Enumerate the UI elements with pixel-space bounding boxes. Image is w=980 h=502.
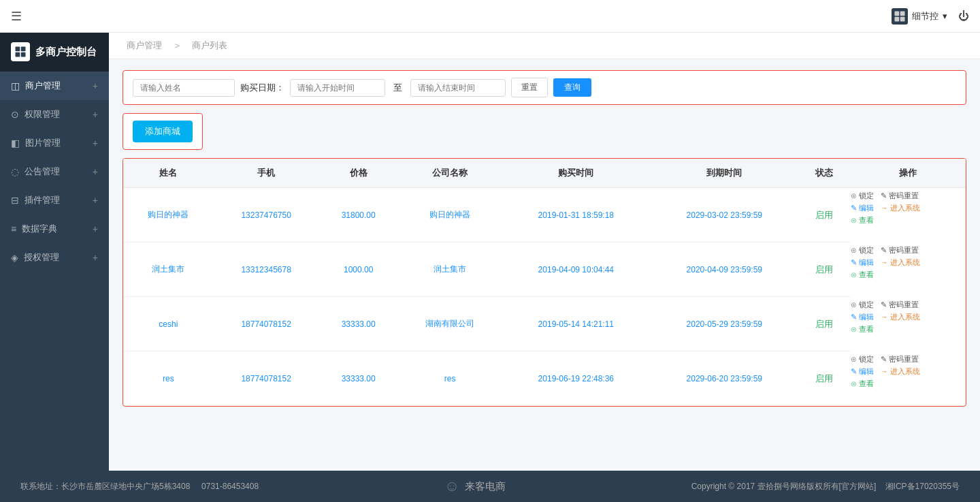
power-icon[interactable]: ⏻	[958, 10, 969, 22]
date-to-label: 至	[393, 82, 402, 94]
col-phone: 手机	[214, 159, 319, 188]
brand-icon	[892, 8, 908, 25]
auth-icon: ⊙	[11, 109, 19, 120]
cell-buy-time-3: 2019-06-19 22:48:36	[502, 351, 650, 406]
footer-logo-text: 来客电商	[465, 480, 506, 493]
cell-status-2: 启用	[798, 297, 850, 351]
cell-price-0: 31800.00	[319, 188, 398, 242]
image-icon: ◧	[11, 138, 20, 148]
sidebar-label-image: 图片管理	[25, 137, 61, 149]
sidebar-item-plugin[interactable]: ⊟ 插件管理 +	[0, 186, 109, 215]
cell-name-0: 购日的神器	[123, 188, 214, 242]
permission-icon: ◈	[11, 252, 18, 263]
breadcrumb: 商户管理 ＞ 商户列表	[109, 33, 980, 59]
cell-company-2: 湖南有限公司	[398, 297, 502, 351]
cell-name-2: ceshi	[123, 297, 214, 351]
reset-pwd-action-2[interactable]: ✎ 密码重置	[881, 300, 919, 310]
col-price: 价格	[319, 159, 398, 188]
notice-icon: ◌	[11, 166, 19, 177]
merchant-table: 姓名 手机 价格 公司名称 购买时间 到期时间 状态 操作	[123, 159, 966, 406]
expand-icon-image: +	[93, 138, 98, 148]
svg-rect-6	[16, 52, 20, 57]
enter-system-action-2[interactable]: → 进入系统	[881, 312, 920, 322]
cell-expire-time-0: 2029-03-02 23:59:59	[650, 188, 798, 242]
cell-status-0: 启用	[798, 188, 850, 242]
sidebar-item-notice[interactable]: ◌ 公告管理 +	[0, 157, 109, 186]
sidebar: 多商户控制台 ◫ 商户管理 + ⊙ 权限管理 + ◧ 图片管理	[0, 33, 109, 471]
edit-action-1[interactable]: ✎ 编辑	[851, 257, 874, 268]
col-name: 姓名	[123, 159, 214, 188]
col-company: 公司名称	[398, 159, 502, 188]
svg-rect-3	[900, 16, 905, 21]
date-end-input[interactable]	[410, 79, 506, 97]
breadcrumb-separator: ＞	[173, 40, 182, 50]
sidebar-title: 多商户控制台	[35, 46, 97, 59]
cell-expire-time-1: 2020-04-09 23:59:59	[650, 242, 798, 297]
date-start-input[interactable]	[290, 79, 385, 97]
sidebar-item-dict[interactable]: ≡ 数据字典 +	[0, 215, 109, 243]
sidebar-logo-icon	[11, 42, 30, 61]
lock-action-2[interactable]: ⊙ 锁定	[851, 300, 874, 310]
cell-company-0: 购日的神器	[398, 188, 502, 242]
table-row: res 18774078152 33333.00 res 2019-06-19 …	[123, 351, 966, 406]
reset-pwd-action-0[interactable]: ✎ 密码重置	[881, 191, 919, 201]
query-button[interactable]: 查询	[553, 78, 591, 97]
enter-system-action-3[interactable]: → 进入系统	[881, 366, 920, 377]
footer-icp: 湘ICP备17020355号	[885, 482, 960, 491]
svg-rect-1	[900, 11, 905, 16]
sidebar-item-permission[interactable]: ◈ 授权管理 +	[0, 243, 109, 272]
col-expire-time: 到期时间	[650, 159, 798, 188]
edit-action-0[interactable]: ✎ 编辑	[851, 203, 874, 213]
add-merchant-button[interactable]: 添加商城	[133, 121, 193, 142]
view-action-1[interactable]: ⊙ 查看	[851, 270, 874, 280]
cell-phone-2: 18774078152	[214, 297, 319, 351]
cell-price-1: 1000.00	[319, 242, 398, 297]
footer-address: 联系地址：长沙市岳麓区绿地中央广场5栋3408	[20, 482, 190, 491]
edit-action-3[interactable]: ✎ 编辑	[851, 366, 874, 377]
enter-system-action-0[interactable]: → 进入系统	[881, 203, 920, 213]
cell-name-1: 润土集市	[123, 242, 214, 297]
cell-company-1: 润土集市	[398, 242, 502, 297]
dict-icon: ≡	[11, 223, 16, 234]
expand-icon-notice: +	[93, 166, 98, 177]
footer-phone: 0731-86453408	[201, 482, 259, 491]
sidebar-label-dict: 数据字典	[22, 223, 57, 235]
sidebar-item-auth[interactable]: ⊙ 权限管理 +	[0, 100, 109, 129]
cell-phone-3: 18774078152	[214, 351, 319, 406]
view-action-2[interactable]: ⊙ 查看	[851, 324, 874, 334]
expand-icon-plugin: +	[93, 195, 98, 206]
topbar-left: ☰	[11, 9, 22, 24]
lock-action-3[interactable]: ⊙ 锁定	[851, 354, 874, 364]
chevron-down-icon: ▾	[943, 11, 947, 21]
sidebar-label-auth: 权限管理	[24, 108, 60, 121]
reset-button[interactable]: 重置	[511, 78, 548, 97]
topbar-right: 细节控 ▾ ⏻	[892, 8, 969, 25]
sidebar-label-plugin: 插件管理	[24, 194, 60, 206]
search-name-input[interactable]	[133, 79, 235, 97]
cell-company-3: res	[398, 351, 502, 406]
content-area: 购买日期： 至 重置 查询 添加商城 姓名	[109, 59, 980, 471]
breadcrumb-parent: 商户管理	[127, 40, 162, 50]
lock-action-0[interactable]: ⊙ 锁定	[851, 191, 874, 201]
date-label: 购买日期：	[240, 82, 284, 94]
view-action-3[interactable]: ⊙ 查看	[851, 379, 874, 389]
enter-system-action-1[interactable]: → 进入系统	[881, 257, 920, 268]
table-row: 润土集市 13312345678 1000.00 润土集市 2019-04-09…	[123, 242, 966, 297]
sidebar-logo: 多商户控制台	[0, 33, 109, 72]
col-status: 状态	[798, 159, 850, 188]
col-buy-time: 购买时间	[502, 159, 650, 188]
sidebar-item-image[interactable]: ◧ 图片管理 +	[0, 129, 109, 157]
lock-action-1[interactable]: ⊙ 锁定	[851, 245, 874, 255]
cell-buy-time-1: 2019-04-09 10:04:44	[502, 242, 650, 297]
edit-action-2[interactable]: ✎ 编辑	[851, 312, 874, 322]
topbar: ☰ 细节控 ▾ ⏻	[0, 0, 980, 33]
action-bar: 添加商城	[122, 113, 203, 150]
hamburger-icon[interactable]: ☰	[11, 9, 22, 24]
footer-copyright: Copyright © 2017 壹拾捌号网络版权所有[官方网站] 湘ICP备1…	[691, 481, 960, 492]
reset-pwd-action-1[interactable]: ✎ 密码重置	[881, 245, 919, 255]
view-action-0[interactable]: ⊙ 查看	[851, 215, 874, 225]
reset-pwd-action-3[interactable]: ✎ 密码重置	[881, 354, 919, 364]
sidebar-item-merchant[interactable]: ◫ 商户管理 +	[0, 72, 109, 100]
brand-name: 细节控	[912, 10, 938, 22]
cell-status-3: 启用	[798, 351, 850, 406]
